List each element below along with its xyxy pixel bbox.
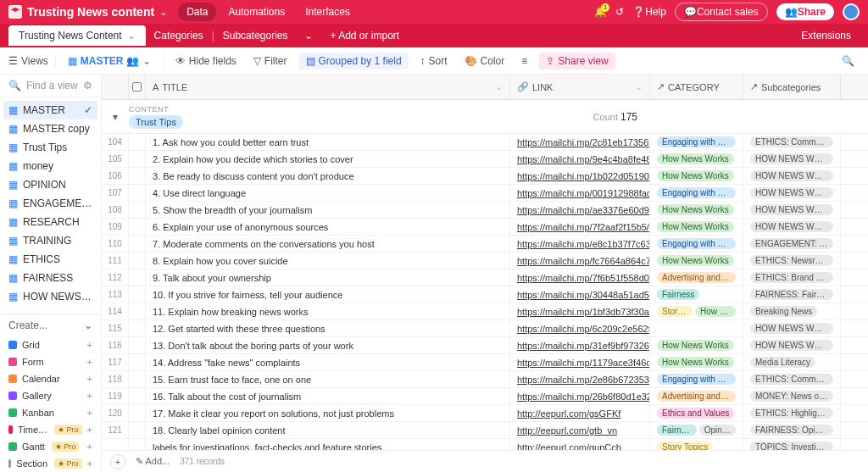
- table-row[interactable]: 104 1. Ask how you could better earn tru…: [102, 134, 868, 151]
- row-height-button[interactable]: ≡: [516, 53, 532, 69]
- category-tag[interactable]: How News Wo: [695, 306, 736, 317]
- table-row[interactable]: 105 2. Explain how you decide which stor…: [102, 151, 868, 168]
- chevron-down-icon[interactable]: ⌄: [127, 30, 136, 42]
- category-tag[interactable]: How News Works: [657, 255, 734, 266]
- filter-button[interactable]: ▽ Filter: [248, 53, 292, 69]
- cell-title[interactable]: 17. Make it clear you report on solution…: [146, 405, 510, 421]
- subcategory-tag[interactable]: Media Literacy: [750, 357, 815, 368]
- column-category[interactable]: ↗ CATEGORY: [650, 75, 743, 99]
- cell-title[interactable]: 16. Talk about the cost of journalism: [146, 388, 510, 404]
- table-row[interactable]: 112 9. Talk about your ownership https:/…: [102, 269, 868, 286]
- category-tag[interactable]: Story Topics: [657, 441, 713, 450]
- cell-title[interactable]: 15. Earn trust face to face, one on one: [146, 371, 510, 387]
- color-button[interactable]: 🎨 Color: [459, 53, 510, 69]
- create-view-item[interactable]: Gallery+: [0, 387, 101, 404]
- row-checkbox[interactable]: [129, 388, 146, 404]
- subcategory-tag[interactable]: HOW NEWS WORKS: Wire s: [750, 170, 833, 181]
- chevron-down-icon[interactable]: ⌄: [296, 30, 321, 42]
- table-row[interactable]: 114 11. Explain how breaking news works …: [102, 303, 868, 320]
- share-button[interactable]: 👥 Share: [776, 3, 834, 20]
- category-tag[interactable]: Story Topics: [657, 306, 693, 317]
- cell-link[interactable]: https://mailchi.mp/fc7664a864c7/trust-…: [510, 253, 650, 269]
- table-row[interactable]: 120 17. Make it clear you report on solu…: [102, 405, 868, 422]
- cell-link[interactable]: https://mailchi.mp/6c209c2e562f/trust-…: [510, 320, 650, 336]
- table-row[interactable]: 111 8. Explain how you cover suicide htt…: [102, 253, 868, 269]
- cell-subcategories[interactable]: HOW NEWS WORKS: News: [743, 320, 841, 336]
- create-view-item[interactable]: Kanban+: [0, 404, 101, 421]
- sidebar-view-item[interactable]: ▦FAIRNESS: [0, 269, 101, 287]
- cell-title[interactable]: 10. If you strive for fairness, tell you…: [146, 286, 510, 303]
- cell-link[interactable]: https://mailchi.mp/9e4c4ba8fe48/trust-…: [510, 151, 650, 167]
- cell-category[interactable]: How News Works: [650, 354, 743, 370]
- sidebar-view-item[interactable]: ▦ETHICS: [0, 250, 101, 269]
- create-section-header[interactable]: Create...⌄: [0, 314, 101, 336]
- category-tag[interactable]: How News Works: [657, 340, 734, 351]
- sidebar-view-item[interactable]: ▦OPINION: [0, 175, 101, 194]
- active-table-tab[interactable]: Trusting News Content⌄: [8, 25, 146, 46]
- table-tab-subcategories[interactable]: Subcategories: [214, 30, 297, 42]
- cell-category[interactable]: How News Works: [650, 253, 743, 269]
- cell-title[interactable]: 2. Explain how you decide which stories …: [146, 151, 510, 167]
- row-checkbox[interactable]: [129, 236, 146, 252]
- subcategory-tag[interactable]: FAIRNESS: Opinion vs. news: [750, 425, 833, 436]
- row-checkbox[interactable]: [129, 354, 146, 370]
- cell-subcategories[interactable]: ETHICS: Newsroom policies: [743, 253, 841, 269]
- category-tag[interactable]: Engaging with Users: [657, 238, 736, 249]
- table-row[interactable]: 110 7. Moderate comments on the conversa…: [102, 236, 868, 253]
- cell-link[interactable]: https://mailchi.mp/7f2aaf2f15b5/trust-ti…: [510, 219, 650, 235]
- create-view-item[interactable]: Grid+: [0, 336, 101, 353]
- collapse-icon[interactable]: ▾: [102, 111, 129, 123]
- table-row[interactable]: labels for investigations, fact-checks a…: [102, 439, 868, 450]
- cell-subcategories[interactable]: HOW NEWS WORKS: Story: [743, 151, 841, 167]
- cell-link[interactable]: https://mailchi.mp/2e86b6723535/trust-…: [510, 371, 650, 387]
- cell-category[interactable]: How News Works: [650, 168, 743, 184]
- sidebar-view-item[interactable]: ▦TRAINING: [0, 231, 101, 250]
- table-row[interactable]: 121 18. Clearly label opinion content ht…: [102, 422, 868, 439]
- cell-title[interactable]: 6. Explain your use of anonymous sources: [146, 219, 510, 235]
- subcategory-tag[interactable]: TOPICS: Investigations: [750, 441, 833, 450]
- sidebar-view-item[interactable]: ▦money: [0, 157, 101, 175]
- cell-subcategories[interactable]: Media Literacy: [743, 354, 841, 370]
- cell-category[interactable]: Fairness: [650, 286, 743, 303]
- notifications-icon[interactable]: 🔔1: [594, 6, 607, 18]
- subcategory-tag[interactable]: HOW NEWS WORKS: Labeli: [750, 187, 833, 198]
- subcategory-tag[interactable]: HOW NEWS WORKS: News: [750, 204, 833, 215]
- table-tab-categories[interactable]: Categories: [146, 30, 212, 42]
- column-link[interactable]: 🔗 LINK⌄: [510, 75, 650, 99]
- cell-category[interactable]: How News Works: [650, 202, 743, 218]
- sidebar-view-item[interactable]: ▦ENGAGEMENT: [0, 194, 101, 213]
- table-row[interactable]: 106 3. Be ready to discuss content you d…: [102, 168, 868, 185]
- cell-title[interactable]: 11. Explain how breaking news works: [146, 303, 510, 319]
- cell-link[interactable]: https://mailchi.mp/1179ace3f46d/trust-…: [510, 354, 650, 370]
- subcategory-tag[interactable]: HOW NEWS WORKS: Sourc: [750, 221, 833, 232]
- category-tag[interactable]: How News Works: [657, 170, 734, 181]
- gear-icon[interactable]: ⚙: [83, 80, 92, 92]
- row-checkbox[interactable]: [129, 151, 146, 167]
- cell-link[interactable]: http://eepurl.com/gtb_vn: [510, 422, 650, 438]
- cell-subcategories[interactable]: HOW NEWS WORKS: News: [743, 202, 841, 218]
- cell-title[interactable]: 8. Explain how you cover suicide: [146, 253, 510, 269]
- table-row[interactable]: 108 5. Show the breadth of your journali…: [102, 202, 868, 219]
- cell-category[interactable]: How News Works: [650, 337, 743, 353]
- add-label[interactable]: ✎ Add...: [136, 456, 170, 467]
- cell-category[interactable]: Engaging with Users: [650, 134, 743, 150]
- row-checkbox[interactable]: [129, 371, 146, 387]
- cell-subcategories[interactable]: Breaking News: [743, 303, 841, 319]
- row-checkbox[interactable]: [129, 303, 146, 319]
- create-view-item[interactable]: Form+: [0, 353, 101, 370]
- row-checkbox[interactable]: [129, 405, 146, 421]
- table-row[interactable]: 118 15. Earn trust face to face, one on …: [102, 371, 868, 388]
- cell-category[interactable]: Engaging with Users: [650, 236, 743, 252]
- cell-link[interactable]: https://mailchi.mp/ae3376e60d9f/trust-…: [510, 202, 650, 218]
- search-icon[interactable]: 🔍: [837, 53, 860, 69]
- cell-category[interactable]: Story TopicsHow News Wo: [650, 303, 743, 319]
- cell-subcategories[interactable]: HOW NEWS WORKS: Labeli: [743, 185, 841, 201]
- cell-category[interactable]: Engaging with Users: [650, 371, 743, 387]
- extensions-button[interactable]: Extensions: [793, 30, 860, 42]
- cell-subcategories[interactable]: ENGAGEMENT: Comments a: [743, 236, 841, 252]
- cell-link[interactable]: https://mailchi.mp/e8c1b37f7c63/trust-…: [510, 236, 650, 252]
- category-tag[interactable]: Advertising and Funding: [657, 391, 736, 402]
- row-checkbox[interactable]: [129, 168, 146, 184]
- cell-subcategories[interactable]: FAIRNESS: Opinion vs. news: [743, 422, 841, 438]
- group-button[interactable]: ▤ Grouped by 1 field: [299, 53, 409, 69]
